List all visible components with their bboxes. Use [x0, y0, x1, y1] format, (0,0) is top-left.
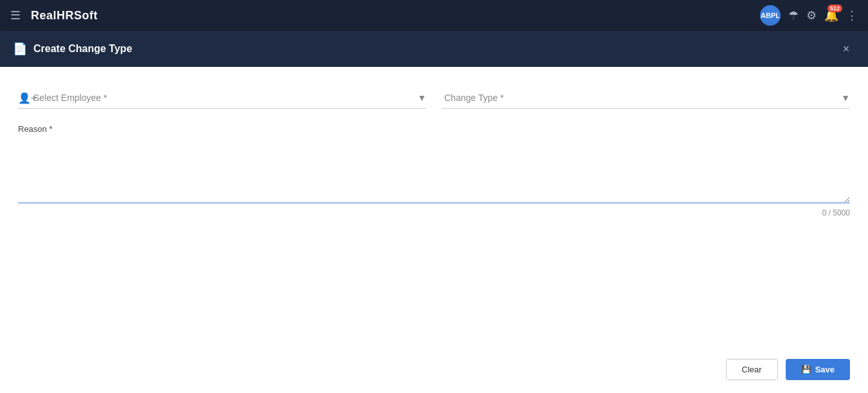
reason-textarea[interactable] — [18, 139, 850, 203]
char-count: 0 / 5000 — [18, 208, 850, 217]
settings-icon[interactable]: ⚙ — [806, 8, 817, 23]
save-icon: 💾 — [801, 365, 811, 374]
notification-wrapper: 🔔 512 — [824, 8, 838, 23]
navbar-right: ABPL ☂ ⚙ 🔔 512 ⋮ — [760, 5, 858, 26]
modal-document-icon: 📄 — [13, 42, 27, 56]
modal: 📄 Create Change Type × 👤+ Select Employe… — [0, 31, 868, 393]
modal-footer: Clear 💾 Save — [0, 351, 868, 393]
reason-section: Reason * 0 / 5000 — [18, 124, 850, 217]
navbar: ☰ RealHRSoft ABPL ☂ ⚙ 🔔 512 ⋮ — [0, 0, 868, 31]
hamburger-icon[interactable]: ☰ — [10, 8, 21, 23]
modal-body: 👤+ Select Employee * ▼ Change Type * ▼ — [0, 67, 868, 351]
more-options-icon[interactable]: ⋮ — [846, 8, 858, 23]
modal-title-block: 📄 Create Change Type — [13, 42, 132, 56]
shield-icon[interactable]: ☂ — [788, 8, 799, 23]
form-row-1: 👤+ Select Employee * ▼ Change Type * ▼ — [18, 87, 850, 109]
modal-overlay: 📄 Create Change Type × 👤+ Select Employe… — [0, 31, 868, 393]
change-type-field: Change Type * ▼ — [442, 87, 850, 109]
app-logo: RealHRSoft — [31, 9, 98, 23]
reason-label: Reason * — [18, 124, 850, 134]
save-button[interactable]: 💾 Save — [786, 359, 850, 380]
employee-select[interactable]: Select Employee * — [18, 87, 426, 108]
employee-select-wrapper: 👤+ Select Employee * ▼ — [18, 87, 426, 109]
change-type-select[interactable]: Change Type * — [442, 87, 850, 108]
notification-badge: 512 — [827, 5, 842, 12]
modal-close-button[interactable]: × — [837, 40, 855, 58]
person-add-icon: 👤+ — [18, 92, 37, 104]
clear-button[interactable]: Clear — [726, 359, 778, 380]
user-avatar-badge: ABPL — [760, 5, 781, 26]
employee-field: 👤+ Select Employee * ▼ — [18, 87, 426, 109]
navbar-left: ☰ RealHRSoft — [10, 8, 98, 23]
modal-header: 📄 Create Change Type × — [0, 31, 868, 67]
change-type-select-wrapper: Change Type * ▼ — [442, 87, 850, 109]
modal-title: Create Change Type — [33, 43, 132, 55]
